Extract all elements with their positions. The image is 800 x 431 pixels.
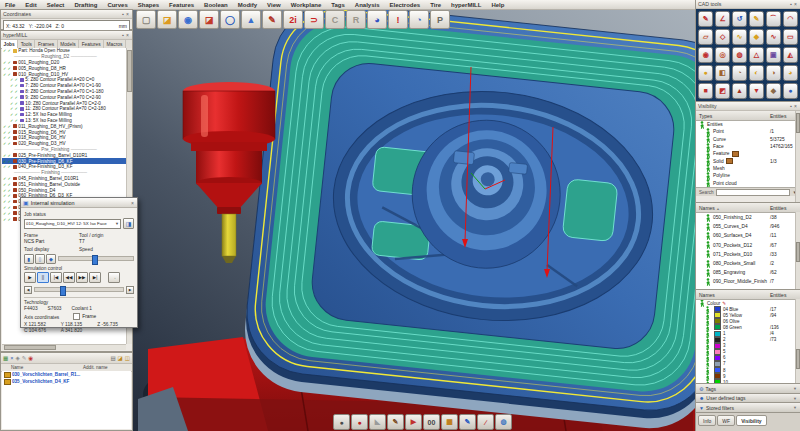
menu-item[interactable]: Boolean [199,2,233,8]
tag-toolbar-icon[interactable]: ▤ [110,355,115,361]
names-column-header[interactable]: Names ▲ [696,205,770,211]
simulation-control-button[interactable]: || [37,272,49,283]
cad-tool-button[interactable]: ◐ [749,65,764,81]
types-column-header[interactable]: Types [696,113,770,119]
tab[interactable]: Tools [18,40,35,48]
addit-name-column-header[interactable]: Addit. name [83,365,108,370]
step-forward-button[interactable]: ▶ [126,286,134,294]
toolbar-button[interactable]: ✎ [262,10,282,29]
collapsed-panel-bar[interactable]: ▼ Stored filters ▼ [696,403,800,413]
menu-item[interactable]: Shapes [133,2,164,8]
toolbar-button[interactable]: ◉ [178,10,198,29]
tool-display-toggle[interactable]: ◆ [46,254,56,264]
cad-tool-button[interactable]: ◇ [715,29,730,45]
menu-item[interactable]: File [0,2,20,8]
cad-tool-button[interactable]: ◆ [766,83,781,99]
name-row[interactable]: 085_Engraving /62 [696,268,800,277]
dock-tab[interactable]: Info [698,415,716,426]
names-column-header[interactable]: Names [696,292,770,298]
progress-slider[interactable] [34,287,124,292]
cad-tool-button[interactable]: ◎ [715,47,730,63]
entities-column-header[interactable]: Entities [770,205,800,211]
cad-tool-button[interactable]: ▼ [749,83,764,99]
machine-settings-button[interactable]: ◨ [123,218,134,229]
expand-icon[interactable]: ▼ [793,386,797,391]
cad-tool-button[interactable]: ◕ [783,65,798,81]
toolbar-button[interactable]: ◕ [367,10,387,29]
names-scrollbar[interactable] [795,212,800,289]
cad-tool-button[interactable]: ◍ [732,47,747,63]
cad-tool-button[interactable]: ◠ [783,11,798,27]
viewport-tool-button[interactable]: ◣ [369,414,386,430]
visibility-row[interactable]: Solid 1/3 [696,157,800,164]
viewport-tool-button[interactable]: ● [351,414,368,430]
tag-toolbar-icon[interactable]: ◪ [118,355,123,361]
cad-tool-button[interactable]: ◉ [698,47,713,63]
cad-tool-button[interactable]: ∿ [732,29,747,45]
cad-tool-button[interactable]: ▣ [766,47,781,63]
cad-tool-button[interactable]: ◆ [749,29,764,45]
simulation-control-button[interactable]: → [108,272,120,283]
name-row[interactable]: 090_Floor_Middle_Finish /7 [696,277,800,286]
toolbar-button[interactable]: ▢ [136,10,156,29]
close-icon[interactable]: × [125,11,130,17]
step-back-button[interactable]: ◀ [24,286,32,294]
cad-tool-button[interactable]: ● [698,65,713,81]
menu-item[interactable]: hyperMILL [446,2,486,8]
toolbar-button[interactable]: 2i [283,10,303,29]
visibility-row[interactable]: Face 14762/165 [696,143,800,150]
job-select[interactable]: 010_Roughing_D10_HV/ 12: 5X Iso Face ▼ [24,219,121,229]
cad-tool-button[interactable]: ∿ [766,29,781,45]
dock-tab[interactable]: Visibility [736,415,766,426]
tag-toolbar-icon[interactable]: ▦ [3,355,8,361]
menu-item[interactable]: Tire [425,2,446,8]
toolbar-button[interactable]: C [325,10,345,29]
colour-row[interactable]: 10 [696,379,800,384]
menu-item[interactable]: View [262,2,286,8]
close-icon[interactable]: × [793,1,798,7]
visibility-row[interactable]: Curve 5/3725 [696,136,800,143]
simulation-control-button[interactable]: |◀ [50,272,62,283]
visibility-person-icon[interactable] [705,379,710,384]
dock-tab[interactable]: WF [717,415,735,426]
expand-icon[interactable]: ▼ [793,405,797,410]
toolbar-button[interactable]: ◯ [220,10,240,29]
colors-scrollbar[interactable] [795,299,800,383]
tab[interactable]: Features [79,40,104,48]
toolbar-button[interactable]: R [346,10,366,29]
menu-item[interactable]: Modify [233,2,262,8]
viewport-tool-button[interactable]: ▦ [441,414,458,430]
cad-tool-button[interactable]: ● [783,83,798,99]
cad-tool-button[interactable]: ◑ [766,65,781,81]
tree-horizontal-scrollbar[interactable] [2,344,126,350]
search-input[interactable] [716,189,791,196]
name-row[interactable]: 050_Finishing_D2 /38 [696,213,800,222]
cad-tool-button[interactable]: ▲ [732,83,747,99]
simulation-control-button[interactable]: ▶▶ [76,272,88,283]
name-row[interactable]: 060_Surfaces_D4 /11 [696,231,800,240]
visibility-person-icon[interactable] [705,223,711,231]
cad-tool-button[interactable]: ◭ [783,47,798,63]
cad-tool-button[interactable]: ⌒ [766,11,781,27]
speed-slider[interactable] [58,256,134,261]
visibility-person-icon[interactable] [705,269,711,277]
tag-toolbar-icon[interactable]: ◫ [125,355,130,361]
visibility-person-icon[interactable] [705,232,711,240]
tool-display-toggle[interactable]: ▮ [24,254,34,264]
tag-list-row[interactable]: 030_Vorschlichten_Barrel_R1... [2,371,131,378]
visibility-row[interactable]: Mesh [696,165,800,172]
menu-item[interactable]: Drafting [69,2,102,8]
viewport-tool-button[interactable]: ✎ [459,414,476,430]
toolbar-button[interactable]: ▲ [241,10,261,29]
cad-tool-button[interactable]: ∠ [715,11,730,27]
name-column-header[interactable]: Name [1,365,83,370]
menu-item[interactable]: Analysis [350,2,385,8]
visibility-row[interactable]: Polyline [696,172,800,179]
visibility-row[interactable]: Point /1 [696,128,800,135]
viewport-tool-button[interactable]: ▶ [405,414,422,430]
visibility-scrollbar[interactable] [795,111,800,202]
visibility-person-icon[interactable] [705,186,711,187]
viewport-tool-button[interactable]: ✎ [387,414,404,430]
menu-item[interactable]: Curves [102,2,132,8]
name-row[interactable]: 080_Pockets_Small /2 [696,259,800,268]
